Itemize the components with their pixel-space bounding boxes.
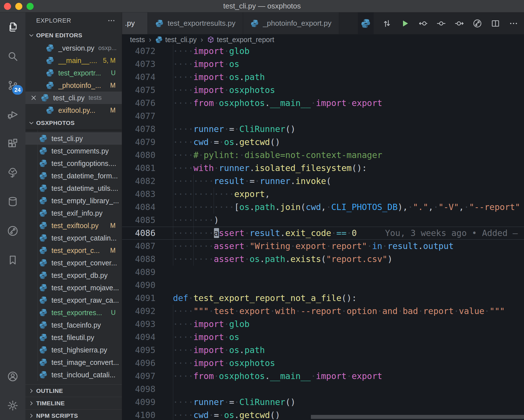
tree-item[interactable]: test_datetime_form... <box>25 170 122 182</box>
code-line-4080[interactable]: 4080····#·pylint:·disable=not-context-ma… <box>122 149 524 162</box>
code-editor[interactable]: 4072····import·glob4073····import·os4074… <box>122 45 524 420</box>
line-number[interactable]: 4094 <box>122 331 173 344</box>
minimize-window-button[interactable] <box>15 3 22 10</box>
tree-item[interactable]: test_datetime_utils.... <box>25 182 122 194</box>
line-number[interactable]: 4085 <box>122 214 173 227</box>
close-icon[interactable] <box>30 94 37 101</box>
activity-item-source-control[interactable]: 24 <box>0 71 25 100</box>
open-editors-section-header[interactable]: OPEN EDITORS <box>25 29 122 42</box>
tree-item[interactable]: test_empty_library_... <box>25 194 122 207</box>
code-line-4093[interactable]: 4093····import·glob <box>122 318 524 331</box>
line-number[interactable]: 4095 <box>122 344 173 357</box>
compare-changes-button[interactable] <box>382 19 392 28</box>
tab--py[interactable]: .py <box>122 12 148 34</box>
tree-item[interactable]: test_export_conver... <box>25 257 122 269</box>
open-editor-item[interactable]: __main__....5, M <box>25 54 122 67</box>
line-number[interactable]: 4093 <box>122 318 173 331</box>
line-number[interactable]: 4088 <box>122 253 173 266</box>
breadcrumb-item[interactable]: test_export_report <box>207 36 274 44</box>
code-line-4077[interactable]: 4077 <box>122 110 524 123</box>
line-number[interactable]: 4091 <box>122 292 173 305</box>
tree-item[interactable]: test_export_catalin... <box>25 232 122 244</box>
tab--photoinfo-export-py[interactable]: _photoinfo_export.py <box>243 12 339 34</box>
tree-item[interactable]: test_faceinfo.py <box>25 319 122 331</box>
tree-item[interactable]: test_incloud_catali... <box>25 369 122 381</box>
tree-item[interactable]: test_cli.py <box>25 132 122 145</box>
code-line-4091[interactable]: 4091def·test_export_report_not_a_file(): <box>122 292 524 305</box>
code-line-4088[interactable]: 4088········assert·os.path.exists("repor… <box>122 253 524 266</box>
code-line-4084[interactable]: 4084············[os.path.join(cwd,·CLI_P… <box>122 201 524 214</box>
activity-item-run-debug[interactable] <box>0 100 25 129</box>
python-button[interactable] <box>358 12 374 34</box>
activity-item-gitlens[interactable] <box>0 216 25 245</box>
activity-item-todo-tree[interactable] <box>0 158 25 187</box>
code-line-4079[interactable]: 4079····cwd·=·os.getcwd() <box>122 136 524 149</box>
line-number[interactable]: 4089 <box>122 266 173 279</box>
line-number[interactable]: 4098 <box>122 383 173 396</box>
line-number[interactable]: 4080 <box>122 149 173 162</box>
code-line-4098[interactable]: 4098 <box>122 383 524 396</box>
horizontal-scrollbar[interactable] <box>311 415 524 419</box>
code-line-4095[interactable]: 4095····import·os.path <box>122 344 524 357</box>
line-number[interactable]: 4086 <box>122 227 173 240</box>
activity-item-search[interactable] <box>0 42 25 71</box>
tree-item[interactable]: test_fileutil.py <box>25 331 122 344</box>
code-line-4097[interactable]: 4097····from·osxphotos.__main__·import·e… <box>122 370 524 383</box>
line-number[interactable]: 4084 <box>122 201 173 214</box>
run-below-button[interactable] <box>454 19 464 28</box>
more-actions-button[interactable] <box>509 19 518 28</box>
run-button[interactable] <box>400 19 410 28</box>
activity-item-bookmark[interactable] <box>0 245 25 274</box>
code-line-4082[interactable]: 4082········result·=·runner.invoke( <box>122 175 524 188</box>
code-line-4099[interactable]: 4099····runner·=·CliRunner() <box>122 396 524 409</box>
line-number[interactable]: 4074 <box>122 71 173 84</box>
line-number[interactable]: 4096 <box>122 357 173 370</box>
breadcrumb-item[interactable]: tests <box>130 36 145 44</box>
line-number[interactable]: 4083 <box>122 188 173 201</box>
sidebar-section-npm-scripts[interactable]: NPM SCRIPTS <box>25 409 122 420</box>
open-editor-item[interactable]: _photoinfo_...M <box>25 79 122 92</box>
activity-item-database[interactable] <box>0 187 25 216</box>
line-number[interactable]: 4076 <box>122 97 173 110</box>
activity-item-account[interactable] <box>0 362 25 391</box>
line-number[interactable]: 4099 <box>122 396 173 409</box>
code-line-4089[interactable]: 4089 <box>122 266 524 279</box>
more-actions-icon[interactable] <box>107 16 116 25</box>
breadcrumb-item[interactable]: test_cli.py <box>155 36 196 44</box>
activity-item-gear[interactable] <box>0 391 25 420</box>
code-line-4072[interactable]: 4072····import·glob <box>122 45 524 58</box>
tree-item[interactable]: test_export_c...M <box>25 244 122 257</box>
tree-item[interactable]: test_image_convert... <box>25 356 122 369</box>
line-number[interactable]: 4075 <box>122 84 173 97</box>
maximize-window-button[interactable] <box>27 3 34 10</box>
code-line-4081[interactable]: 4081····with·runner.isolated_filesystem(… <box>122 162 524 175</box>
tree-item[interactable]: test_export_raw_ca... <box>25 294 122 306</box>
line-number[interactable]: 4082 <box>122 175 173 188</box>
line-number[interactable]: 4079 <box>122 136 173 149</box>
code-line-4076[interactable]: 4076····from·osxphotos.__main__·import·e… <box>122 97 524 110</box>
code-line-4090[interactable]: 4090 <box>122 279 524 292</box>
tree-item[interactable]: test_exif_info.py <box>25 207 122 219</box>
open-editor-item[interactable]: test_cli.pytests <box>25 92 122 104</box>
code-line-4094[interactable]: 4094····import·os <box>122 331 524 344</box>
tree-item[interactable]: test_comments.py <box>25 145 122 157</box>
line-number[interactable]: 4077 <box>122 110 173 123</box>
line-number[interactable]: 4081 <box>122 162 173 175</box>
open-editor-item[interactable]: test_exportr...U <box>25 67 122 79</box>
sidebar-section-timeline[interactable]: TIMELINE <box>25 397 122 409</box>
gitlens-button[interactable] <box>473 19 482 28</box>
tree-item[interactable]: test_configoptions.... <box>25 157 122 170</box>
line-number[interactable]: 4078 <box>122 123 173 136</box>
activity-item-files[interactable] <box>0 12 25 42</box>
run-cell-button[interactable] <box>436 19 446 28</box>
code-line-4073[interactable]: 4073····import·os <box>122 58 524 71</box>
code-line-4087[interactable]: 4087········assert·"Writing·export·repor… <box>122 240 524 253</box>
tab-test-exportresults-py[interactable]: test_exportresults.py <box>148 12 243 34</box>
activity-item-extensions[interactable] <box>0 129 25 158</box>
line-number[interactable]: 4087 <box>122 240 173 253</box>
code-line-4092[interactable]: 4092····"""·test·export·with·--report·op… <box>122 305 524 318</box>
line-number[interactable]: 4072 <box>122 45 173 58</box>
line-number[interactable]: 4073 <box>122 58 173 71</box>
tree-item[interactable]: test_export_db.py <box>25 269 122 282</box>
tree-item[interactable]: test_export_mojave... <box>25 282 122 294</box>
